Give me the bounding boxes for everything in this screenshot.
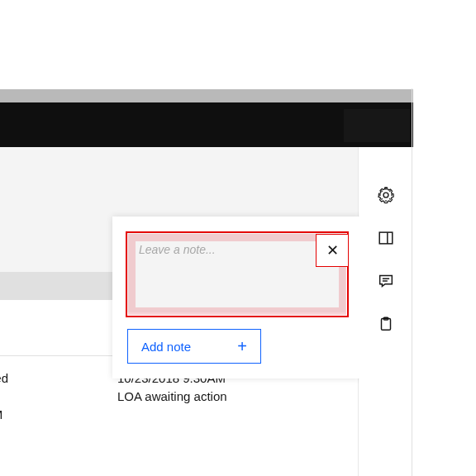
clipboard-icon [377,315,395,333]
activity-status: LOA awaiting action [117,388,332,406]
viewport-right-edge [412,88,412,476]
close-note-button[interactable]: ✕ [316,234,349,267]
rail-task[interactable] [359,302,412,345]
close-icon: ✕ [326,241,339,259]
header-button-region[interactable] [344,109,410,142]
svg-point-0 [383,193,388,198]
right-rail [359,147,412,476]
plus-icon: + [237,337,247,356]
gear-icon [377,186,395,204]
rail-comment[interactable] [359,259,412,302]
add-note-label: Add note [141,340,191,354]
activity-entry-left-line3: :30AM [0,407,2,421]
note-textarea[interactable] [127,231,345,312]
chat-icon [377,272,395,290]
activity-entry-left-line1: created [0,371,8,385]
activity-entry-left: created n on :30AM [0,369,99,423]
svg-rect-1 [379,232,393,244]
rail-settings[interactable] [359,174,412,217]
add-note-button[interactable]: Add note + [127,329,261,364]
side-panel-icon [377,229,395,247]
browser-chrome-band [0,89,413,102]
rail-panel[interactable] [359,217,412,259]
